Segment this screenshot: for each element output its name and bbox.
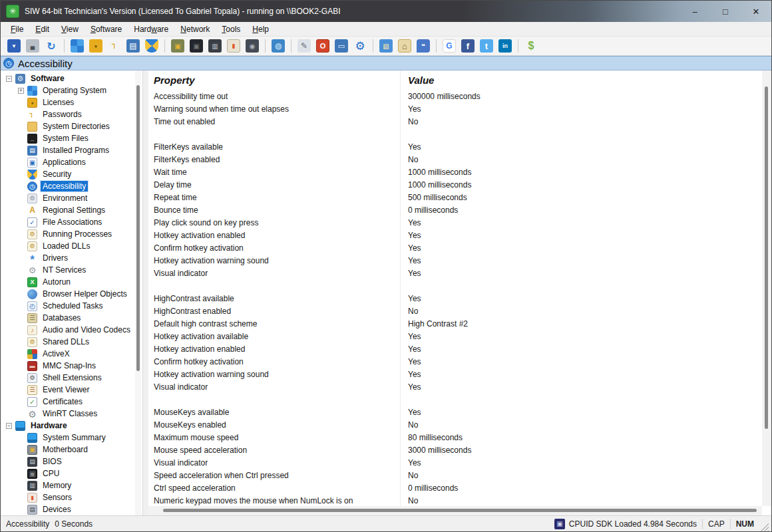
operating-system-icon[interactable] xyxy=(71,39,84,53)
tree-item-system-files[interactable]: System Files xyxy=(1,132,142,144)
security-shield-icon[interactable] xyxy=(145,39,158,53)
google-icon[interactable] xyxy=(443,39,456,53)
collapse-box-icon[interactable]: − xyxy=(6,76,12,82)
tree-item-event-viewer[interactable]: Event Viewer xyxy=(1,384,142,396)
table-row[interactable]: HighContrast availableYes xyxy=(148,292,762,305)
collapse-box-icon[interactable]: − xyxy=(6,423,12,429)
tree-item-mmc-snap-ins[interactable]: MMC Snap-Ins xyxy=(1,360,142,372)
donate-icon[interactable] xyxy=(524,39,538,53)
passwords-key-icon[interactable] xyxy=(108,39,121,53)
tree-vertical-scrollbar[interactable] xyxy=(135,70,141,515)
installed-programs-icon[interactable] xyxy=(126,39,140,53)
tree-item-shared-dlls[interactable]: Shared DLLs xyxy=(1,336,142,348)
table-row[interactable]: MouseKeys enabledNo xyxy=(148,418,762,431)
table-row[interactable] xyxy=(148,279,762,292)
tree-item-file-associations[interactable]: File Associations xyxy=(1,216,142,228)
table-row[interactable]: Visual indicatorYes xyxy=(148,456,762,469)
menu-tools[interactable]: Tools xyxy=(216,23,246,35)
tree-item-cpu[interactable]: CPU xyxy=(1,467,142,479)
tree-item-installed-programs[interactable]: Installed Programs xyxy=(1,144,142,156)
tools-o-icon[interactable] xyxy=(316,39,329,53)
tree-item-applications[interactable]: Applications xyxy=(1,156,142,168)
table-row[interactable]: Wait time1000 milliseconds xyxy=(148,166,762,178)
tree-item-shell-extensions[interactable]: Shell Extensions xyxy=(1,372,142,384)
tree-item-software[interactable]: −Software xyxy=(1,72,142,84)
table-row[interactable]: Mouse speed acceleration3000 millisecond… xyxy=(148,444,762,456)
tree-item-motherboard[interactable]: Motherboard xyxy=(1,444,142,456)
facebook-icon[interactable] xyxy=(461,39,475,53)
tree-item-nt-services[interactable]: NT Services xyxy=(1,264,142,276)
table-row[interactable]: Hotkey activation warning soundYes xyxy=(148,254,762,267)
table-row[interactable]: Hotkey activation enabledYes xyxy=(148,229,762,241)
tree-item-operating-system[interactable]: +Operating System xyxy=(1,84,142,96)
tree-item-certificates[interactable]: Certificates xyxy=(1,396,142,408)
web-icon[interactable] xyxy=(379,39,393,53)
tree-item-devices[interactable]: Devices xyxy=(1,503,142,515)
panel-splitter[interactable] xyxy=(143,70,148,515)
remote-desktop-icon[interactable] xyxy=(335,39,348,53)
menu-hardware[interactable]: Hardware xyxy=(128,23,174,35)
tree-item-bios[interactable]: BIOS xyxy=(1,456,142,467)
menu-edit[interactable]: Edit xyxy=(29,23,55,35)
panel-vertical-scrollbar[interactable] xyxy=(762,70,771,506)
table-row[interactable]: HighContrast enabledNo xyxy=(148,305,762,317)
table-row[interactable]: Default high contrast schemeHigh Contras… xyxy=(148,317,762,330)
tree-item-running-processes[interactable]: Running Processes xyxy=(1,228,142,240)
table-row[interactable]: Ctrl speed acceleration0 milliseconds xyxy=(148,481,762,494)
tree-scrollbar-thumb[interactable] xyxy=(136,85,140,371)
linkedin-icon[interactable] xyxy=(498,39,512,53)
storage-icon[interactable] xyxy=(246,39,259,53)
tree-item-winrt-classes[interactable]: WinRT Classes xyxy=(1,408,142,420)
settings-gear-icon[interactable] xyxy=(353,39,367,53)
tree-item-autorun[interactable]: Autorun xyxy=(1,276,142,288)
tree-item-security[interactable]: Security xyxy=(1,168,142,180)
table-row[interactable]: Speed acceleration when Ctrl pressedNo xyxy=(148,469,762,481)
table-row[interactable] xyxy=(148,393,762,406)
table-row[interactable]: Hotkey activation enabledYes xyxy=(148,342,762,355)
tree-item-activex[interactable]: ActiveX xyxy=(1,348,142,360)
table-row[interactable]: Numeric keypad moves the mouse when NumL… xyxy=(148,494,762,506)
tree-item-licenses[interactable]: Licenses xyxy=(1,96,142,108)
sensors-icon[interactable] xyxy=(227,39,240,53)
tree-item-scheduled-tasks[interactable]: Scheduled Tasks xyxy=(1,300,142,312)
table-row[interactable]: Hotkey activation warning soundYes xyxy=(148,368,762,380)
minimize-button[interactable]: – xyxy=(679,1,710,22)
table-row[interactable]: Bounce time0 milliseconds xyxy=(148,203,762,216)
tree-item-environment[interactable]: Environment xyxy=(1,192,142,204)
save-icon[interactable] xyxy=(7,39,21,53)
table-row[interactable]: Delay time1000 milliseconds xyxy=(148,178,762,191)
table-row[interactable]: Accessibility time out300000 millisecond… xyxy=(148,90,762,102)
licenses-lock-icon[interactable] xyxy=(89,39,102,53)
table-row[interactable]: Hotkey activation availableYes xyxy=(148,330,762,342)
refresh-icon[interactable] xyxy=(45,39,58,53)
table-row[interactable]: Maximum mouse speed80 milliseconds xyxy=(148,431,762,444)
panel-horizontal-scrollbar[interactable] xyxy=(148,506,762,515)
table-row[interactable]: FilterKeys availableYes xyxy=(148,140,762,153)
menu-file[interactable]: File xyxy=(5,23,29,35)
table-row[interactable]: Time out enabledNo xyxy=(148,115,762,128)
home-icon[interactable] xyxy=(398,39,411,53)
table-row[interactable]: Warning sound when time out elapsesYes xyxy=(148,102,762,115)
motherboard-icon[interactable] xyxy=(171,39,184,53)
table-row[interactable]: Confirm hotkey activationYes xyxy=(148,355,762,368)
table-row[interactable]: Visual indicatorYes xyxy=(148,380,762,393)
resize-grip-icon[interactable] xyxy=(761,523,769,531)
tree-item-system-summary[interactable]: System Summary xyxy=(1,432,142,444)
table-row[interactable]: Play click sound on key pressYes xyxy=(148,216,762,229)
close-button[interactable]: ✕ xyxy=(741,1,771,22)
tree-item-sensors[interactable]: Sensors xyxy=(1,491,142,503)
tree-item-databases[interactable]: Databases xyxy=(1,312,142,324)
panel-hscrollbar-thumb[interactable] xyxy=(163,509,757,512)
maximize-button[interactable]: □ xyxy=(710,1,741,22)
print-icon[interactable] xyxy=(26,39,39,53)
table-row[interactable]: MouseKeys availableYes xyxy=(148,406,762,418)
table-row[interactable]: Confirm hotkey activationYes xyxy=(148,241,762,254)
expand-box-icon[interactable]: + xyxy=(18,88,24,94)
tree-item-hardware[interactable]: −Hardware xyxy=(1,420,142,432)
table-row[interactable]: Visual indicatorYes xyxy=(148,267,762,279)
menu-view[interactable]: View xyxy=(55,23,85,35)
tree-item-accessibility[interactable]: Accessibility xyxy=(1,180,142,192)
memory-icon[interactable] xyxy=(208,39,222,53)
menu-software[interactable]: Software xyxy=(85,23,128,35)
tree-item-system-directories[interactable]: System Directories xyxy=(1,120,142,132)
